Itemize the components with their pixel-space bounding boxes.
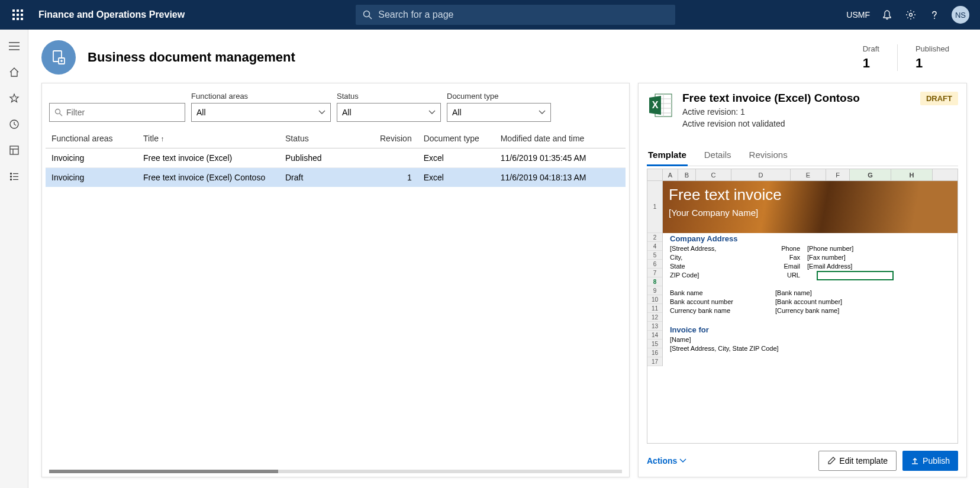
column-header: E xyxy=(791,169,826,180)
page-title: Business document management xyxy=(88,50,833,65)
column-header: F xyxy=(826,169,850,180)
recent-icon[interactable] xyxy=(0,111,28,137)
row-number: 12 xyxy=(647,313,662,322)
search-icon xyxy=(363,10,372,20)
sheet-row: City,Fax[Fax number] xyxy=(663,253,958,262)
stat-label: Draft xyxy=(863,44,879,53)
detail-validation: Active revision not validated xyxy=(682,119,912,128)
detail-title: Free text invoice (Excel) Contoso xyxy=(682,92,912,105)
chevron-down-icon xyxy=(428,110,436,115)
col-functional[interactable]: Functional areas xyxy=(46,129,137,148)
sheet-row: StateEmail[Email Address] xyxy=(663,262,958,271)
filter-input[interactable]: Filter xyxy=(49,103,185,122)
row-number: 17 xyxy=(647,357,662,366)
settings-icon[interactable] xyxy=(904,8,917,21)
page-icon xyxy=(41,40,76,75)
selected-cell xyxy=(817,271,894,280)
svg-line-10 xyxy=(369,17,372,20)
detail-footer: Actions Edit template Publish xyxy=(647,444,958,471)
table-row[interactable]: InvoicingFree text invoice (Excel)Publis… xyxy=(46,148,626,168)
col-modified[interactable]: Modified date and time xyxy=(495,129,626,148)
row-number: 9 xyxy=(647,286,662,295)
sheet-row: Currency bank name[Currency bank name] xyxy=(663,306,958,315)
row-number: 4 xyxy=(647,242,662,251)
notifications-icon[interactable] xyxy=(881,8,894,21)
tab-details[interactable]: Details xyxy=(703,145,733,166)
svg-rect-0 xyxy=(12,9,15,12)
col-doctype[interactable]: Document type xyxy=(418,129,495,148)
page-header: Business document management Draft 1 Pub… xyxy=(41,40,967,75)
invoice-for-head: Invoice for xyxy=(663,324,958,335)
row-number: 14 xyxy=(647,331,662,340)
banner-title: Free text invoice xyxy=(669,186,952,204)
status-select[interactable]: All xyxy=(337,103,441,122)
search-input[interactable]: Search for a page xyxy=(356,5,675,25)
detail-revision: Active revision: 1 xyxy=(682,107,912,117)
template-preview: ABCDEFGH 124567891011121314151617 Free t… xyxy=(647,169,958,444)
column-header: H xyxy=(891,169,933,180)
functional-areas-select[interactable]: All xyxy=(191,103,331,122)
hamburger-icon[interactable] xyxy=(0,33,28,59)
modules-icon[interactable] xyxy=(0,163,28,189)
column-header: D xyxy=(731,169,791,180)
column-header: C xyxy=(696,169,731,180)
banner-subtitle: [Your Company Name] xyxy=(669,208,952,218)
row-number: 8 xyxy=(647,277,662,286)
document-detail-panel: X Free text invoice (Excel) Contoso Acti… xyxy=(638,83,967,477)
stat-published: Published 1 xyxy=(897,44,967,71)
workspaces-icon[interactable] xyxy=(0,137,28,163)
horizontal-scrollbar[interactable] xyxy=(49,470,622,473)
svg-rect-5 xyxy=(21,14,23,16)
svg-rect-17 xyxy=(10,146,18,154)
col-status[interactable]: Status xyxy=(279,129,374,148)
col-title[interactable]: Title xyxy=(137,129,279,148)
filter-row: Filter Functional areas All Status All xyxy=(46,92,626,127)
status-label: Status xyxy=(337,92,441,101)
detail-tabs: Template Details Revisions xyxy=(647,145,958,166)
chevron-down-icon xyxy=(539,110,546,115)
svg-line-29 xyxy=(60,114,63,117)
grid-header-row: Functional areas Title Status Revision D… xyxy=(46,129,626,148)
left-nav-rail xyxy=(0,30,28,488)
row-number: 7 xyxy=(647,269,662,277)
home-icon[interactable] xyxy=(0,59,28,85)
top-navbar: Finance and Operations Preview Search fo… xyxy=(0,0,980,30)
actions-menu[interactable]: Actions xyxy=(647,456,813,466)
tab-revisions[interactable]: Revisions xyxy=(748,145,789,166)
row-number: 11 xyxy=(647,304,662,313)
row-number: 16 xyxy=(647,348,662,357)
table-row[interactable]: InvoicingFree text invoice (Excel) Conto… xyxy=(46,168,626,188)
svg-point-11 xyxy=(910,14,913,17)
edit-template-button[interactable]: Edit template xyxy=(818,451,897,471)
filter-icon xyxy=(54,108,63,117)
favorites-icon[interactable] xyxy=(0,85,28,111)
svg-rect-7 xyxy=(17,18,19,20)
row-number: 15 xyxy=(647,340,662,348)
row-number: 13 xyxy=(647,322,662,331)
excel-icon: X xyxy=(647,92,674,119)
detail-header: X Free text invoice (Excel) Contoso Acti… xyxy=(647,92,958,128)
stat-label: Published xyxy=(915,44,949,53)
chevron-down-icon xyxy=(679,458,686,463)
publish-button[interactable]: Publish xyxy=(902,451,958,471)
chevron-down-icon xyxy=(318,110,325,115)
col-revision[interactable]: Revision xyxy=(374,129,418,148)
doctype-select[interactable]: All xyxy=(447,103,551,122)
svg-rect-4 xyxy=(17,14,19,16)
svg-rect-20 xyxy=(10,173,12,174)
company-code[interactable]: USMF xyxy=(846,10,870,20)
row-number: 10 xyxy=(647,295,662,304)
stat-draft: Draft 1 xyxy=(845,44,897,71)
column-header: A xyxy=(663,169,678,180)
svg-rect-1 xyxy=(17,9,19,12)
row-number: 1 xyxy=(647,181,662,233)
help-icon[interactable] xyxy=(928,8,941,21)
sheet-row: Bank name[Bank name] xyxy=(663,289,958,298)
row-number: 2 xyxy=(647,233,662,242)
doctype-label: Document type xyxy=(447,92,551,101)
app-launcher-icon[interactable] xyxy=(6,9,30,20)
tab-template[interactable]: Template xyxy=(647,145,688,166)
stat-value: 1 xyxy=(915,56,949,71)
user-avatar[interactable]: NS xyxy=(952,6,969,24)
sheet-row: ZIP Code]URL xyxy=(663,271,958,280)
